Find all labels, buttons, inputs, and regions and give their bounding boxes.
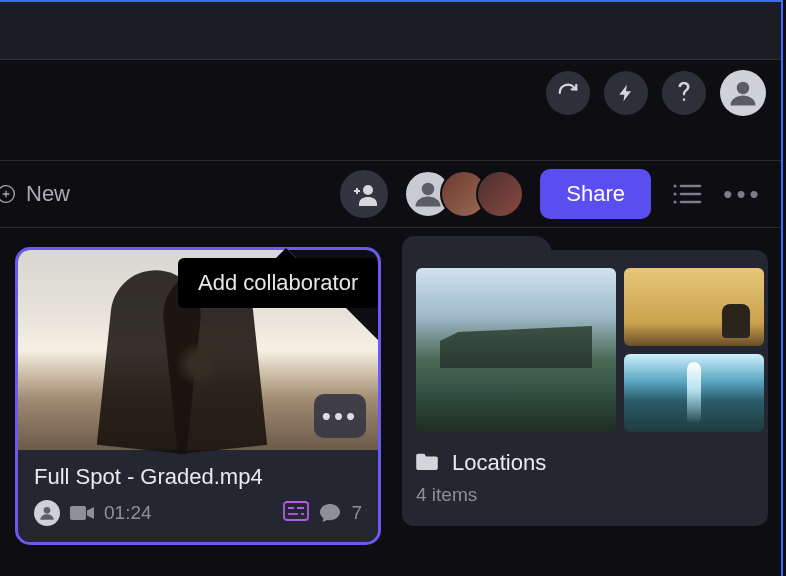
refresh-button[interactable] [546, 71, 590, 115]
svg-rect-11 [70, 506, 86, 520]
svg-point-6 [673, 192, 676, 195]
add-collaborator-tooltip: Add collaborator [178, 258, 378, 308]
list-view-button[interactable] [667, 182, 707, 206]
more-button[interactable]: ••• [723, 179, 763, 210]
share-button[interactable]: Share [540, 169, 651, 219]
folder-tab [402, 236, 552, 262]
caption-icon[interactable] [283, 501, 309, 526]
asset-title: Full Spot - Graded.mp4 [34, 464, 362, 490]
owner-avatar[interactable] [34, 500, 60, 526]
share-button-label: Share [566, 181, 625, 206]
svg-point-0 [737, 82, 750, 95]
folder-title: Locations [452, 450, 546, 476]
lightning-icon [616, 82, 636, 104]
folder-thumbnails [416, 268, 754, 432]
new-button-label: New [26, 181, 70, 207]
folder-thumb [624, 354, 764, 432]
person-icon [39, 505, 55, 521]
new-button[interactable]: New [0, 177, 70, 211]
thumbnail-flare [176, 342, 220, 386]
collaborator-stack[interactable] [404, 170, 524, 218]
folder-icon [416, 452, 438, 474]
add-collaborator-button[interactable] [340, 170, 388, 218]
svg-point-8 [673, 200, 676, 203]
ellipsis-icon: ••• [322, 401, 358, 432]
asset-duration: 01:24 [104, 502, 152, 524]
asset-more-button[interactable]: ••• [314, 394, 366, 438]
account-avatar[interactable] [720, 70, 766, 116]
svg-point-10 [44, 507, 51, 514]
asset-card-folder[interactable]: Locations 4 items [402, 250, 768, 542]
comment-count: 7 [351, 502, 362, 524]
svg-point-4 [673, 184, 676, 187]
svg-point-2 [363, 185, 373, 195]
folder-thumb [624, 268, 764, 346]
svg-rect-12 [284, 502, 308, 520]
comment-icon[interactable] [319, 503, 341, 523]
titlebar-area [0, 2, 781, 59]
person-icon [413, 179, 443, 209]
folder-thumb [416, 268, 616, 432]
toolbar-divider [0, 59, 781, 60]
collaborator-avatar[interactable] [476, 170, 524, 218]
ellipsis-icon: ••• [723, 179, 762, 210]
svg-point-3 [422, 183, 435, 196]
video-icon [70, 504, 94, 522]
project-toolbar: New Share ••• [0, 160, 781, 228]
help-button[interactable] [662, 71, 706, 115]
activity-button[interactable] [604, 71, 648, 115]
window-right-border [781, 0, 783, 576]
plus-circle-icon [0, 177, 16, 211]
person-icon [728, 78, 758, 108]
tooltip-text: Add collaborator [198, 270, 358, 295]
question-icon [677, 82, 691, 104]
folder-subtitle: 4 items [416, 484, 754, 506]
asset-grid: ••• Full Spot - Graded.mp4 01:24 [18, 250, 776, 542]
header-actions [546, 70, 766, 116]
add-person-icon [350, 182, 378, 206]
refresh-icon [557, 82, 579, 104]
list-icon [672, 182, 702, 206]
